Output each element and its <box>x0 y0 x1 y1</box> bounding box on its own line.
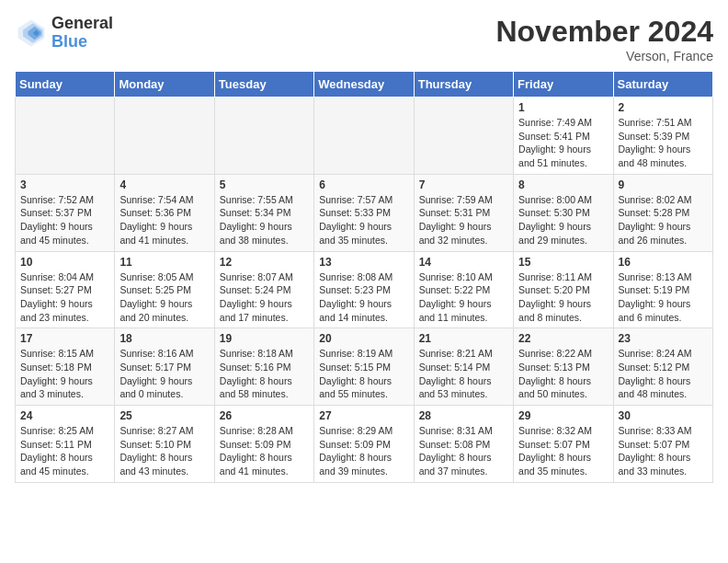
day-info: Sunrise: 8:32 AM Sunset: 5:07 PM Dayligh… <box>518 424 608 478</box>
calendar-day-header: Tuesday <box>214 72 313 98</box>
day-info: Sunrise: 8:02 AM Sunset: 5:28 PM Dayligh… <box>619 193 708 247</box>
calendar-cell: 15Sunrise: 8:11 AM Sunset: 5:20 PM Dayli… <box>514 251 613 328</box>
day-number: 26 <box>220 409 309 422</box>
day-number: 22 <box>518 332 608 345</box>
calendar-cell <box>414 98 513 175</box>
logo-general-text: General <box>51 15 113 33</box>
day-number: 16 <box>619 256 708 269</box>
day-number: 19 <box>220 332 309 345</box>
calendar-cell: 12Sunrise: 8:07 AM Sunset: 5:24 PM Dayli… <box>214 251 313 328</box>
day-info: Sunrise: 8:11 AM Sunset: 5:20 PM Dayligh… <box>518 270 608 325</box>
calendar-cell: 26Sunrise: 8:28 AM Sunset: 5:09 PM Dayli… <box>214 406 313 483</box>
day-number: 29 <box>518 409 608 422</box>
calendar-week-row: 3Sunrise: 7:52 AM Sunset: 5:37 PM Daylig… <box>16 174 713 251</box>
calendar-cell: 1Sunrise: 7:49 AM Sunset: 5:41 PM Daylig… <box>514 98 613 175</box>
calendar-table: SundayMondayTuesdayWednesdayThursdayFrid… <box>15 71 713 483</box>
day-info: Sunrise: 8:29 AM Sunset: 5:09 PM Dayligh… <box>319 424 408 478</box>
calendar-cell: 20Sunrise: 8:19 AM Sunset: 5:15 PM Dayli… <box>314 328 414 406</box>
day-info: Sunrise: 8:05 AM Sunset: 5:25 PM Dayligh… <box>119 270 209 325</box>
calendar-cell: 2Sunrise: 7:51 AM Sunset: 5:39 PM Daylig… <box>613 98 712 175</box>
calendar-cell: 23Sunrise: 8:24 AM Sunset: 5:12 PM Dayli… <box>613 328 712 406</box>
day-number: 27 <box>319 409 408 422</box>
day-number: 1 <box>518 101 608 114</box>
calendar-cell: 24Sunrise: 8:25 AM Sunset: 5:11 PM Dayli… <box>16 406 115 483</box>
calendar-header-row: SundayMondayTuesdayWednesdayThursdayFrid… <box>16 72 713 98</box>
logo-blue-text: Blue <box>51 33 113 52</box>
day-number: 14 <box>419 256 508 269</box>
calendar-cell: 19Sunrise: 8:18 AM Sunset: 5:16 PM Dayli… <box>214 328 313 406</box>
calendar-cell: 29Sunrise: 8:32 AM Sunset: 5:07 PM Dayli… <box>514 406 613 483</box>
calendar-cell: 13Sunrise: 8:08 AM Sunset: 5:23 PM Dayli… <box>314 251 414 328</box>
calendar-cell: 6Sunrise: 7:57 AM Sunset: 5:33 PM Daylig… <box>314 174 414 251</box>
calendar-cell: 8Sunrise: 8:00 AM Sunset: 5:30 PM Daylig… <box>514 174 613 251</box>
day-number: 20 <box>319 332 408 345</box>
day-number: 21 <box>419 332 508 345</box>
day-info: Sunrise: 8:07 AM Sunset: 5:24 PM Dayligh… <box>220 270 309 325</box>
day-info: Sunrise: 8:16 AM Sunset: 5:17 PM Dayligh… <box>119 347 209 401</box>
day-info: Sunrise: 7:49 AM Sunset: 5:41 PM Dayligh… <box>518 116 608 170</box>
logo-icon <box>15 17 48 50</box>
day-number: 12 <box>220 256 309 269</box>
day-number: 24 <box>20 409 109 422</box>
calendar-cell: 18Sunrise: 8:16 AM Sunset: 5:17 PM Dayli… <box>115 328 214 406</box>
day-info: Sunrise: 8:00 AM Sunset: 5:30 PM Dayligh… <box>518 193 608 247</box>
calendar-cell: 14Sunrise: 8:10 AM Sunset: 5:22 PM Dayli… <box>414 251 513 328</box>
day-info: Sunrise: 8:10 AM Sunset: 5:22 PM Dayligh… <box>419 270 508 325</box>
calendar-cell: 17Sunrise: 8:15 AM Sunset: 5:18 PM Dayli… <box>16 328 115 406</box>
day-number: 28 <box>419 409 508 422</box>
day-number: 23 <box>619 332 708 345</box>
day-info: Sunrise: 8:25 AM Sunset: 5:11 PM Dayligh… <box>20 424 109 478</box>
day-info: Sunrise: 8:27 AM Sunset: 5:10 PM Dayligh… <box>119 424 209 478</box>
calendar-cell <box>314 98 414 175</box>
calendar-day-header: Saturday <box>613 72 712 98</box>
day-number: 6 <box>319 178 408 191</box>
day-info: Sunrise: 8:08 AM Sunset: 5:23 PM Dayligh… <box>319 270 408 325</box>
calendar-cell: 30Sunrise: 8:33 AM Sunset: 5:07 PM Dayli… <box>613 406 712 483</box>
day-info: Sunrise: 8:13 AM Sunset: 5:19 PM Dayligh… <box>619 270 708 325</box>
location: Verson, France <box>495 49 713 63</box>
day-number: 8 <box>518 178 608 191</box>
day-info: Sunrise: 7:57 AM Sunset: 5:33 PM Dayligh… <box>319 193 408 247</box>
calendar-cell: 5Sunrise: 7:55 AM Sunset: 5:34 PM Daylig… <box>214 174 313 251</box>
day-number: 5 <box>220 178 309 191</box>
day-number: 30 <box>619 409 708 422</box>
day-number: 17 <box>20 332 109 345</box>
day-info: Sunrise: 8:18 AM Sunset: 5:16 PM Dayligh… <box>220 347 309 401</box>
day-info: Sunrise: 8:21 AM Sunset: 5:14 PM Dayligh… <box>419 347 508 401</box>
calendar-cell: 7Sunrise: 7:59 AM Sunset: 5:31 PM Daylig… <box>414 174 513 251</box>
calendar-cell: 25Sunrise: 8:27 AM Sunset: 5:10 PM Dayli… <box>115 406 214 483</box>
calendar-day-header: Sunday <box>16 72 115 98</box>
day-number: 4 <box>119 178 209 191</box>
day-info: Sunrise: 7:54 AM Sunset: 5:36 PM Dayligh… <box>119 193 209 247</box>
day-info: Sunrise: 7:55 AM Sunset: 5:34 PM Dayligh… <box>220 193 309 247</box>
day-number: 15 <box>518 256 608 269</box>
day-info: Sunrise: 7:59 AM Sunset: 5:31 PM Dayligh… <box>419 193 508 247</box>
day-number: 10 <box>20 256 109 269</box>
calendar-day-header: Wednesday <box>314 72 414 98</box>
calendar-week-row: 17Sunrise: 8:15 AM Sunset: 5:18 PM Dayli… <box>16 328 713 406</box>
calendar-week-row: 10Sunrise: 8:04 AM Sunset: 5:27 PM Dayli… <box>16 251 713 328</box>
calendar-cell: 21Sunrise: 8:21 AM Sunset: 5:14 PM Dayli… <box>414 328 513 406</box>
calendar-week-row: 1Sunrise: 7:49 AM Sunset: 5:41 PM Daylig… <box>16 98 713 175</box>
day-number: 13 <box>319 256 408 269</box>
calendar-cell: 22Sunrise: 8:22 AM Sunset: 5:13 PM Dayli… <box>514 328 613 406</box>
day-number: 3 <box>20 178 109 191</box>
day-info: Sunrise: 8:33 AM Sunset: 5:07 PM Dayligh… <box>619 424 708 478</box>
page-header: General Blue November 2024 Verson, Franc… <box>15 15 713 63</box>
calendar-day-header: Friday <box>514 72 613 98</box>
calendar-cell: 9Sunrise: 8:02 AM Sunset: 5:28 PM Daylig… <box>613 174 712 251</box>
calendar-cell: 3Sunrise: 7:52 AM Sunset: 5:37 PM Daylig… <box>16 174 115 251</box>
calendar-cell <box>115 98 214 175</box>
calendar-cell <box>214 98 313 175</box>
calendar-cell: 16Sunrise: 8:13 AM Sunset: 5:19 PM Dayli… <box>613 251 712 328</box>
day-info: Sunrise: 8:15 AM Sunset: 5:18 PM Dayligh… <box>20 347 109 401</box>
day-number: 9 <box>619 178 708 191</box>
calendar-cell: 10Sunrise: 8:04 AM Sunset: 5:27 PM Dayli… <box>16 251 115 328</box>
calendar-cell: 27Sunrise: 8:29 AM Sunset: 5:09 PM Dayli… <box>314 406 414 483</box>
day-info: Sunrise: 8:28 AM Sunset: 5:09 PM Dayligh… <box>220 424 309 478</box>
day-info: Sunrise: 8:19 AM Sunset: 5:15 PM Dayligh… <box>319 347 408 401</box>
day-info: Sunrise: 8:04 AM Sunset: 5:27 PM Dayligh… <box>20 270 109 325</box>
day-number: 2 <box>619 101 708 114</box>
calendar-day-header: Monday <box>115 72 214 98</box>
calendar-cell: 4Sunrise: 7:54 AM Sunset: 5:36 PM Daylig… <box>115 174 214 251</box>
